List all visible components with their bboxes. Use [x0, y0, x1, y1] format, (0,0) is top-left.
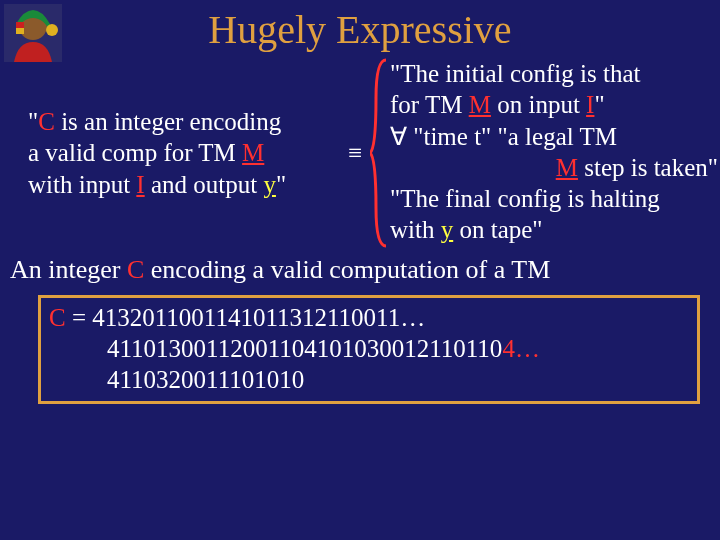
text: step is taken"	[578, 154, 718, 181]
var-M: M	[556, 154, 578, 181]
var-C: C	[127, 255, 144, 284]
portrait-icon	[4, 4, 62, 62]
brace-group: "The initial config is that for TM M on …	[370, 58, 720, 248]
text: "	[276, 171, 286, 198]
text: with	[390, 216, 441, 243]
var-I: I	[136, 171, 144, 198]
text: encoding a valid computation of a TM	[144, 255, 550, 284]
var-C: C	[49, 304, 66, 331]
slide-title: Hugely Expressive	[0, 0, 720, 53]
left-brace-icon	[370, 58, 390, 248]
text: a valid comp for TM	[28, 139, 242, 166]
var-M: M	[242, 139, 264, 166]
equiv-symbol: ≡	[340, 137, 370, 168]
text: "The initial config is that	[390, 58, 720, 89]
text: and output	[145, 171, 264, 198]
text: on input	[491, 91, 586, 118]
text: An integer	[10, 255, 127, 284]
svg-rect-2	[16, 22, 24, 28]
equivalence-row: "C is an integer encoding a valid comp f…	[0, 58, 720, 248]
encoding-box: C = 4132011001141011312110011… 411013001…	[38, 295, 700, 405]
svg-point-4	[46, 24, 58, 36]
text: "	[594, 91, 604, 118]
var-y: y	[263, 171, 276, 198]
slide-content: "C is an integer encoding a valid comp f…	[0, 58, 720, 404]
text: with input	[28, 171, 136, 198]
left-statement: "C is an integer encoding a valid comp f…	[0, 106, 340, 200]
var-M: M	[469, 91, 491, 118]
svg-rect-3	[16, 28, 24, 34]
right-statement: "The initial config is that for TM M on …	[390, 58, 720, 248]
text: is an integer encoding	[55, 108, 281, 135]
text: = 4132011001141011312110011…	[66, 304, 425, 331]
text: on tape"	[453, 216, 542, 243]
var-y: y	[441, 216, 454, 243]
sentence: An integer C encoding a valid computatio…	[0, 248, 720, 293]
var-C: C	[38, 108, 55, 135]
text: ∀ "time t" "a legal TM	[390, 121, 720, 152]
text: for TM	[390, 91, 469, 118]
text: 4…	[502, 335, 540, 362]
text: 41101300112001104101030012110110	[107, 335, 502, 362]
text: "	[28, 108, 38, 135]
text: 4110320011101010	[49, 364, 689, 395]
text: "The final config is halting	[390, 183, 720, 214]
